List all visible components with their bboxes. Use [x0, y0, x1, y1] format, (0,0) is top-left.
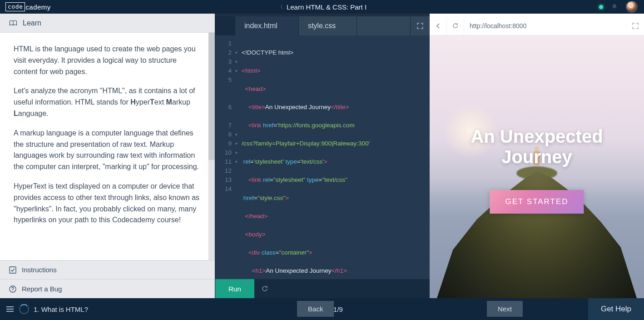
chevron-left-icon [436, 23, 441, 29]
code-lines[interactable]: <!DOCTYPE html> <html> <head> <title>An … [242, 39, 430, 279]
lesson-scroll: HTML is the language used to create the … [0, 33, 215, 260]
scrollbar-thumb[interactable] [208, 33, 215, 160]
lesson-paragraph: HyperText is text displayed on a compute… [14, 181, 201, 226]
top-bar: codecademy 〈 Learn HTML & CSS: Part I [0, 0, 644, 14]
footer-bar: 1. What is HTML? Back 1/9 Next Get Help [0, 298, 644, 320]
chevron-left-icon: 〈 [277, 3, 283, 11]
course-title-text: Learn HTML & CSS: Part I [287, 3, 367, 11]
reset-code-button[interactable] [254, 279, 275, 298]
report-bug-section[interactable]: Report a Bug [0, 279, 215, 298]
lesson-panel: Learn HTML is the language used to creat… [0, 14, 215, 298]
logo[interactable]: codecademy [5, 2, 51, 11]
refresh-icon [261, 285, 268, 292]
run-bar: Run [215, 279, 430, 298]
scrollbar[interactable] [208, 33, 215, 260]
connection-status-icon [599, 5, 603, 9]
refresh-icon [452, 22, 459, 29]
preview-frame: An UnexpectedJourney GET STARTED [430, 35, 644, 298]
avatar[interactable] [626, 1, 638, 13]
course-title[interactable]: 〈 Learn HTML & CSS: Part I [277, 3, 367, 11]
instructions-label: Instructions [22, 266, 57, 274]
browser-back-button[interactable] [430, 16, 447, 35]
editor-panel: index.html style.css 1 2 3 4 5 6 7 8 9 1 [215, 14, 430, 298]
next-button[interactable]: Next [487, 301, 523, 317]
lesson-body: HTML is the language used to create the … [0, 33, 215, 243]
expand-editor-icon[interactable] [411, 16, 430, 35]
instructions-section[interactable]: Instructions [0, 260, 215, 279]
tab-style-css[interactable]: style.css [299, 16, 357, 35]
checkbox-icon [9, 266, 16, 274]
preview-heading: An UnexpectedJourney [430, 126, 644, 167]
learn-label: Learn [23, 19, 41, 27]
question-icon [9, 285, 16, 293]
editor-tabs: index.html style.css [215, 16, 430, 35]
browser-bar [430, 16, 644, 35]
logo-text: cademy [25, 3, 51, 11]
pager: 1/9 [333, 305, 343, 313]
expand-browser-icon[interactable] [626, 23, 644, 29]
preview-cta-button[interactable]: GET STARTED [490, 190, 584, 214]
browser-panel: An UnexpectedJourney GET STARTED [430, 14, 644, 298]
line-gutter: 1 2 3 4 5 6 7 8 9 10 11 12 13 14 [215, 39, 235, 279]
menu-icon [6, 306, 14, 312]
book-icon [9, 20, 17, 26]
lesson-paragraph: Let's analyze the acronym "HTML", as it … [14, 85, 201, 119]
get-help-button[interactable]: Get Help [588, 298, 644, 320]
current-lesson-title: 1. What is HTML? [34, 305, 88, 313]
lesson-paragraph: A markup language is a computer language… [14, 128, 201, 173]
browser-refresh-button[interactable] [447, 16, 464, 35]
report-bug-label: Report a Bug [22, 285, 62, 293]
progress-ring-icon [19, 304, 29, 314]
learn-header[interactable]: Learn [0, 14, 215, 33]
logo-box: code [5, 2, 25, 11]
lesson-selector[interactable]: 1. What is HTML? [6, 304, 88, 314]
tab-index-html[interactable]: index.html [235, 16, 298, 35]
notification-bell-icon[interactable] [611, 4, 618, 10]
code-editor[interactable]: 1 2 3 4 5 6 7 8 9 10 11 12 13 14 ▾ [215, 35, 430, 279]
lesson-paragraph: HTML is the language used to create the … [14, 44, 201, 77]
svg-rect-0 [10, 267, 16, 273]
run-button[interactable]: Run [215, 279, 254, 298]
workspace: Learn HTML is the language used to creat… [0, 14, 644, 298]
url-input[interactable] [464, 16, 626, 35]
fold-column: ▾ ▾ ▾ ▾ ▾ ▾ ▾ [235, 39, 242, 279]
back-button[interactable]: Back [297, 301, 334, 317]
